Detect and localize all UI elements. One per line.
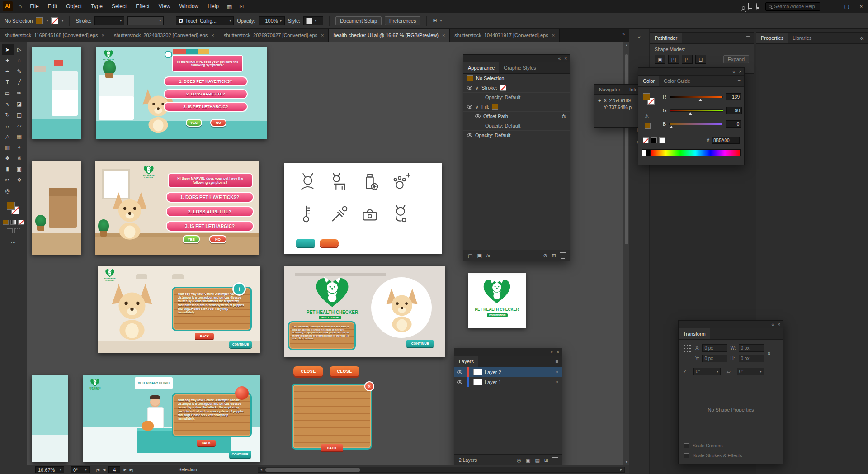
- dog-illustration[interactable]: [381, 286, 423, 333]
- draw-normal-button[interactable]: [7, 228, 13, 233]
- back-button[interactable]: BACK: [197, 440, 216, 446]
- eye-icon[interactable]: [457, 380, 462, 384]
- symptom-button-2[interactable]: 2. LOSS APPETITE?: [166, 206, 254, 217]
- edit-toolbar-icon[interactable]: ⋯: [11, 240, 16, 245]
- appearance-row-stroke-opacity[interactable]: Opacity: Default: [463, 93, 570, 102]
- icon-dog-stethoscope[interactable]: [390, 204, 411, 224]
- eye-icon[interactable]: [457, 370, 462, 374]
- curvature-tool[interactable]: ✎: [14, 66, 25, 77]
- brush-combo[interactable]: ● Touch Callig... ▾: [176, 16, 234, 25]
- tab-close-icon[interactable]: ×: [321, 33, 324, 38]
- width-tool[interactable]: ↔: [2, 120, 14, 131]
- lasso-tool[interactable]: ◌: [14, 55, 25, 66]
- button-shape-teal[interactable]: [296, 239, 315, 247]
- delete-item-icon[interactable]: [561, 254, 565, 259]
- icon-dog[interactable]: [329, 172, 350, 193]
- style-combo[interactable]: ▾: [303, 16, 323, 25]
- close-panel-icon[interactable]: ×: [778, 322, 780, 327]
- fill-row-swatch[interactable]: [492, 104, 498, 110]
- eraser-tool[interactable]: ◪: [14, 99, 25, 109]
- shaper-tool[interactable]: ∿: [2, 99, 14, 109]
- help-search-input[interactable]: [774, 4, 817, 9]
- gradient-tool[interactable]: ▥: [2, 142, 14, 153]
- continue-button[interactable]: CONTINUE: [229, 451, 251, 458]
- yes-button[interactable]: YES: [183, 235, 200, 243]
- clear-appearance-icon[interactable]: ⊘: [543, 253, 547, 258]
- menu-help[interactable]: Help: [203, 0, 223, 13]
- add-new-fill-icon[interactable]: ▣: [477, 253, 481, 258]
- symptom-button-2[interactable]: 2. LOSS APPETITE?: [164, 89, 248, 99]
- x-field[interactable]: 0 px: [702, 344, 727, 352]
- color-fill-stroke-indicator[interactable]: [643, 93, 658, 109]
- fill-swatch[interactable]: [36, 17, 43, 24]
- visibility-eye-icon[interactable]: [467, 105, 472, 109]
- continue-button[interactable]: CONTINUE: [229, 341, 252, 348]
- duplicate-item-icon[interactable]: ⊞: [552, 253, 556, 258]
- panel-close-icon[interactable]: ×: [364, 381, 374, 391]
- menu-file[interactable]: File: [26, 0, 42, 13]
- tab-transform[interactable]: Transform: [679, 328, 710, 339]
- artboard-partial-teal[interactable]: [32, 375, 68, 462]
- r-slider[interactable]: [670, 96, 723, 98]
- tab-graphic-styles[interactable]: Graphic Styles: [499, 62, 541, 73]
- continue-button[interactable]: CONTINUE: [406, 340, 434, 347]
- artboard-tool[interactable]: ▣: [14, 164, 25, 175]
- tab-libraries[interactable]: Libraries: [788, 33, 816, 43]
- spectrum-bar[interactable]: [650, 149, 741, 156]
- appearance-row-stroke[interactable]: ∨Stroke:: [463, 83, 570, 93]
- collapse-panel-icon[interactable]: «: [733, 69, 736, 74]
- layer-row-2[interactable]: Layer 2 ○: [454, 367, 562, 377]
- dog-illustration[interactable]: [107, 189, 152, 241]
- first-artboard-icon[interactable]: |◀: [96, 468, 99, 472]
- medical-badge-icon[interactable]: +: [232, 282, 246, 296]
- no-button[interactable]: NO: [210, 119, 226, 127]
- visibility-eye-icon[interactable]: [467, 133, 472, 137]
- pet-health-logo-icon[interactable]: [480, 275, 514, 305]
- constrain-proportions-icon[interactable]: ∞: [767, 351, 772, 355]
- add-new-stroke-icon[interactable]: ▢: [468, 253, 472, 258]
- symptom-button-3[interactable]: 3. IS PET LETHARGIC?: [164, 102, 248, 112]
- layer-visibility-cell[interactable]: [454, 377, 465, 387]
- symbol-sprayer-tool[interactable]: ✵: [14, 153, 25, 164]
- blend-tool[interactable]: ❖: [2, 153, 14, 164]
- gradient-mode-button[interactable]: [10, 220, 16, 225]
- scroll-right-icon[interactable]: ▸: [618, 467, 624, 472]
- align-caret-icon[interactable]: ▾: [440, 19, 442, 23]
- delete-layer-icon[interactable]: [553, 458, 557, 463]
- menu-object[interactable]: Object: [62, 0, 86, 13]
- direct-selection-tool[interactable]: ▷: [14, 44, 25, 55]
- dialog-greeting[interactable]: Hi there MARVIN, does your pet have the …: [172, 55, 243, 72]
- help-search[interactable]: [765, 2, 820, 11]
- previous-artboard-icon[interactable]: ◀: [103, 468, 105, 472]
- b-slider[interactable]: [669, 123, 722, 125]
- minus-front-icon[interactable]: ◰: [668, 55, 679, 64]
- opacity-combo[interactable]: 100%▸: [259, 16, 285, 25]
- perspective-grid-tool[interactable]: △: [2, 131, 14, 142]
- discover-icon[interactable]: [753, 3, 760, 9]
- artboard-partial-room-tan[interactable]: [32, 161, 81, 255]
- r-value[interactable]: 139: [726, 93, 741, 100]
- tab-color-guide[interactable]: Color Guide: [659, 76, 695, 86]
- hand-tool[interactable]: ✥: [14, 175, 25, 185]
- tab-navigator[interactable]: Navigator: [594, 85, 625, 94]
- document-setup-button[interactable]: Document Setup: [335, 16, 382, 25]
- layer-thumbnail[interactable]: [473, 379, 482, 385]
- button-shape-orange[interactable]: [320, 239, 339, 247]
- preferences-button[interactable]: Preferences: [385, 16, 420, 25]
- appearance-row-offset-path[interactable]: Offset Pathfx: [463, 112, 570, 121]
- menu-edit[interactable]: Edit: [44, 0, 61, 13]
- tab-overflow-icon[interactable]: »: [618, 29, 629, 42]
- home-icon[interactable]: ⌂: [15, 3, 25, 9]
- g-value[interactable]: 90: [726, 107, 742, 114]
- layer-target-icon[interactable]: ○: [555, 379, 558, 384]
- tab-appearance[interactable]: Appearance: [463, 62, 499, 73]
- document-tab[interactable]: shutterstock_1169845168 [Converted].eps×: [0, 29, 109, 42]
- icon-syringe-paw[interactable]: [329, 204, 350, 224]
- artboard-partial-room-teal[interactable]: [32, 47, 81, 139]
- exclude-icon[interactable]: ◻: [695, 55, 706, 64]
- new-layer-icon[interactable]: ⊞: [544, 458, 548, 463]
- horizontal-scroll-thumb[interactable]: [265, 468, 360, 472]
- layer-name[interactable]: Layer 2: [485, 370, 501, 375]
- intersect-icon[interactable]: ◳: [682, 55, 693, 64]
- visibility-eye-icon[interactable]: [475, 114, 481, 118]
